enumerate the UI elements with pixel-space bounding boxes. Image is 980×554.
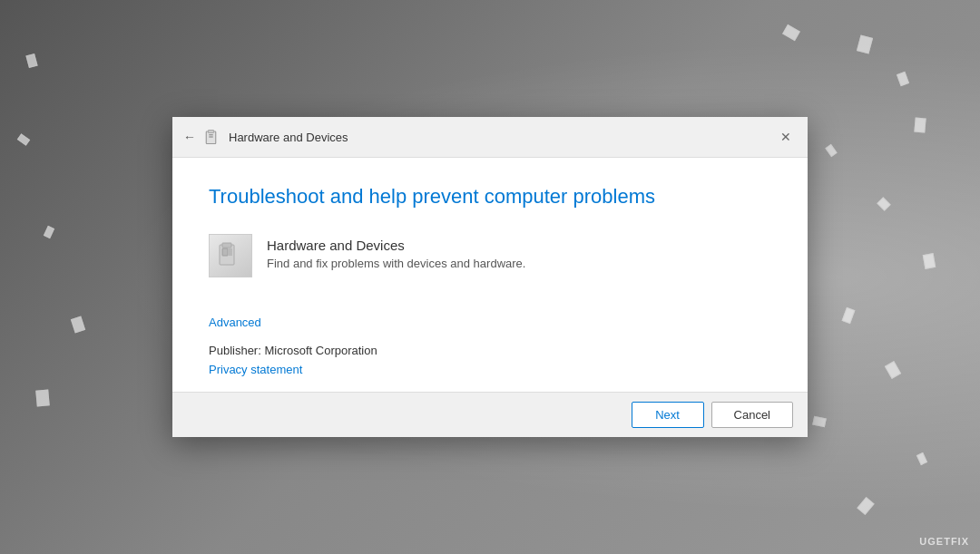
dialog-body: Troubleshoot and help prevent computer p… [172,158,808,314]
watermark: UGETFIX [919,536,969,547]
svg-rect-6 [222,248,228,256]
dialog-title: Hardware and Devices [229,131,348,144]
advanced-link[interactable]: Advanced [209,316,261,329]
back-button[interactable]: ← [183,130,196,144]
cancel-button[interactable]: Cancel [711,402,793,428]
dialog-titlebar: ← Hardware and Devices ✕ [172,117,808,158]
item-title: Hardware and Devices [267,238,525,253]
hardware-title-icon [203,128,221,146]
troubleshoot-dialog: ← Hardware and Devices ✕ Troubleshoot an… [172,117,808,437]
dialog-footer-buttons: Next Cancel [172,392,808,437]
svg-rect-5 [222,243,231,248]
item-description: Find and fix problems with devices and h… [267,257,525,270]
close-button[interactable]: ✕ [775,126,797,148]
next-button[interactable]: Next [632,402,704,428]
main-heading: Troubleshoot and help prevent computer p… [209,185,771,209]
svg-rect-1 [209,131,214,133]
publisher-text: Publisher: Microsoft Corporation [209,344,771,357]
privacy-link[interactable]: Privacy statement [209,363,302,376]
troubleshoot-item: Hardware and Devices Find and fix proble… [209,234,771,277]
item-text: Hardware and Devices Find and fix proble… [267,234,525,270]
device-icon [209,234,252,277]
footer-section: Advanced Publisher: Microsoft Corporatio… [172,314,808,392]
